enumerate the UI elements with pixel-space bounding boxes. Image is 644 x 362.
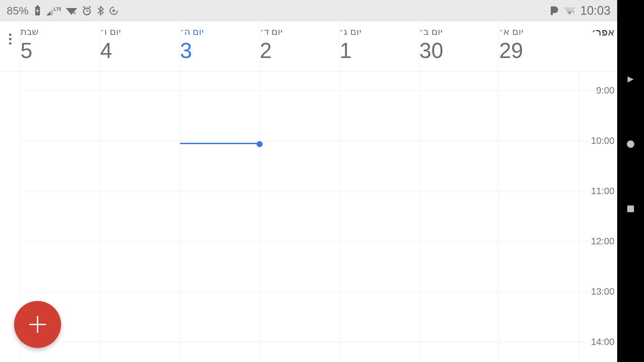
- overflow-menu-button[interactable]: [0, 21, 20, 71]
- pandora-app-icon: [549, 6, 559, 16]
- day-header-fri[interactable]: יום ו׳ 4: [100, 21, 180, 71]
- svg-marker-4: [46, 11, 50, 15]
- svg-text:×: ×: [73, 10, 76, 15]
- kebab-icon: [9, 34, 11, 45]
- bluetooth-icon: [97, 6, 104, 16]
- svg-line-11: [83, 6, 85, 8]
- status-bar-right: ? 10:03: [549, 4, 610, 18]
- svg-line-12: [89, 6, 91, 8]
- day-number: 4: [100, 40, 112, 61]
- status-clock: 10:03: [580, 4, 610, 18]
- day-name: יום ד׳: [260, 26, 283, 37]
- nav-recents-button[interactable]: [625, 203, 637, 215]
- create-event-button[interactable]: [14, 301, 61, 348]
- day-name: יום א׳: [499, 26, 523, 37]
- day-header-mon[interactable]: יום ב׳ 30: [419, 21, 499, 71]
- svg-marker-17: [567, 11, 572, 15]
- status-bar: 85% LTE × ?: [0, 0, 617, 21]
- svg-text:?: ?: [572, 10, 575, 15]
- day-header-wed[interactable]: יום ד׳ 2: [260, 21, 339, 71]
- day-name: יום ה׳: [180, 26, 204, 37]
- system-nav-bar: [617, 0, 644, 362]
- day-number: 30: [419, 40, 443, 61]
- day-number: 5: [20, 40, 33, 61]
- data-saver-icon: [109, 6, 119, 16]
- day-number: 3: [180, 40, 192, 61]
- battery-percentage: 85%: [7, 5, 29, 17]
- day-name: יום ב׳: [419, 26, 442, 37]
- day-number: 29: [499, 40, 523, 61]
- calendar-header: אפר׳ יום א׳ 29 יום ב׳ 30 יום ג׳ 1 יום ד׳…: [0, 21, 617, 72]
- time-grid[interactable]: 9:0010:0011:0012:0013:0014:00: [0, 72, 617, 362]
- status-bar-left: 85% LTE ×: [7, 5, 119, 17]
- day-number: 2: [260, 40, 272, 61]
- svg-rect-21: [627, 205, 634, 212]
- day-name: יום ו׳: [100, 26, 121, 37]
- day-name: יום ג׳: [339, 26, 361, 37]
- cellular-lte-icon: LTE: [46, 6, 61, 15]
- nav-home-button[interactable]: [625, 138, 637, 150]
- day-header-sat[interactable]: שבת 5: [20, 21, 100, 71]
- day-name: שבת: [20, 26, 39, 37]
- svg-marker-19: [628, 76, 634, 82]
- nav-back-button[interactable]: [625, 73, 637, 85]
- wifi-no-internet-icon: ×: [66, 6, 77, 15]
- day-number: 1: [339, 40, 352, 61]
- wifi-weak-icon: ?: [564, 6, 576, 15]
- svg-text:LTE: LTE: [54, 6, 61, 12]
- hour-lines: [20, 72, 617, 362]
- alarm-icon: [82, 6, 92, 16]
- day-header-thu[interactable]: יום ה׳ 3: [180, 21, 260, 71]
- day-header-tue[interactable]: יום ג׳ 1: [339, 21, 419, 71]
- svg-rect-1: [37, 5, 39, 7]
- device-screen: 85% LTE × ?: [0, 0, 617, 362]
- month-label[interactable]: אפר׳: [579, 21, 617, 71]
- day-header-sun[interactable]: יום א׳ 29: [499, 21, 579, 71]
- battery-charging-icon: [34, 5, 42, 16]
- svg-point-20: [627, 140, 634, 148]
